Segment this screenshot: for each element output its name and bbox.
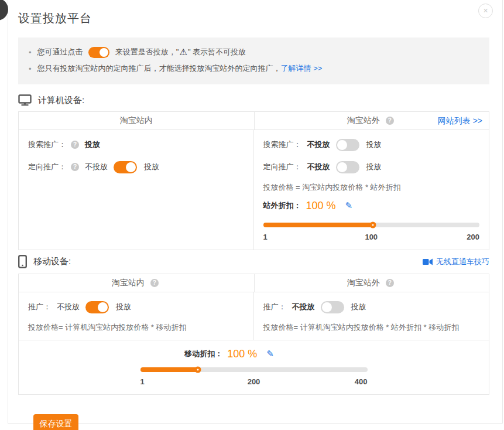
- offsite-discount-slider[interactable]: [263, 223, 480, 227]
- onsite-search-row: 搜索推广： 投放: [28, 138, 244, 152]
- notice1-pre: 您可通过点击: [37, 47, 85, 57]
- mobile-offsite-promo-toggle[interactable]: [321, 301, 344, 313]
- computer-onsite-header: 淘宝站内: [19, 112, 254, 129]
- edge-floating-widget[interactable]: [0, 0, 8, 21]
- example-toggle[interactable]: [88, 47, 109, 58]
- onsite-targeting-label: 定向推广：: [28, 162, 66, 172]
- mobile-onsite-cell: 推广： 不投放 投放 投放价格= 计算机淘宝站内投放价格 * 移动折扣: [19, 292, 254, 340]
- mobile-table: 淘宝站内 淘宝站外 推广： 不投放 投放 投放价格= 计算机淘宝站内投放价: [18, 274, 489, 395]
- help-icon[interactable]: [71, 141, 79, 149]
- help-icon[interactable]: [386, 117, 394, 125]
- mobile-discount-slider[interactable]: [140, 367, 368, 372]
- toggle-knob: [98, 302, 108, 312]
- notice-line-2: 您只有投放淘宝站内的定向推广后，才能选择投放淘宝站外的定向推广， 了解详情 >>: [29, 60, 479, 77]
- mobile-offsite-cell: 推广： 不投放 投放 投放价格= 计算机淘宝站内投放价格 * 站外折扣 * 移动…: [254, 292, 489, 340]
- computer-onsite-cell: 搜索推广： 投放 定向推广： 不投放 投放: [19, 130, 254, 250]
- set-platform-dialog: × 设置投放平台 您可通过点击 来设置是否投放，" ⚠ " 表示暂不可投放 您只…: [8, 0, 503, 424]
- toggle-knob: [337, 162, 347, 172]
- mobile-onsite-promo-row: 推广： 不投放 投放: [28, 300, 244, 314]
- monitor-icon: [18, 94, 32, 106]
- notice1-post: " 表示暂不可投放: [188, 47, 246, 57]
- offsite-targeting-toggle[interactable]: [336, 161, 359, 173]
- mobile-onsite-formula: 投放价格= 计算机淘宝站内投放价格 * 移动折扣: [28, 322, 244, 333]
- mobile-discount-row: 移动折扣： 100 % ✎: [4, 346, 455, 361]
- mobile-onsite-header-label: 淘宝站内: [112, 278, 145, 288]
- offsite-search-off-label: 不投放: [307, 139, 330, 150]
- notice1-mid: 来设置是否投放，": [113, 47, 179, 57]
- computer-offsite-header-label: 淘宝站外: [347, 115, 380, 126]
- offsite-targeting-label: 定向推广：: [263, 162, 301, 172]
- notice-line-1: 您可通过点击 来设置是否投放，" ⚠ " 表示暂不可投放: [29, 44, 479, 60]
- slider-min-label: 1: [140, 377, 145, 386]
- edit-pencil-icon[interactable]: ✎: [345, 200, 353, 211]
- offsite-search-toggle[interactable]: [336, 139, 359, 151]
- offsite-targeting-off-label: 不投放: [307, 162, 330, 172]
- offsite-targeting-row: 定向推广： 不投放 投放: [263, 160, 480, 174]
- mobile-discount-value: 100 %: [227, 348, 257, 360]
- mobile-offsite-formula: 投放价格= 计算机淘宝站内投放价格 * 站外折扣 * 移动折扣: [263, 322, 480, 333]
- computer-section-header: 计算机设备:: [18, 94, 489, 106]
- mobile-onsite-on-label: 投放: [116, 302, 131, 312]
- help-icon[interactable]: [386, 279, 394, 287]
- video-icon: [423, 258, 433, 265]
- slider-max-label: 200: [467, 233, 479, 241]
- mobile-discount-panel: 移动折扣： 100 % ✎ 1 200 400: [19, 340, 489, 394]
- site-list-link[interactable]: 网站列表 >>: [438, 112, 482, 129]
- computer-offsite-header: 淘宝站外 网站列表 >>: [254, 112, 489, 129]
- onsite-targeting-off-label: 不投放: [85, 162, 108, 172]
- notice2-text: 您只有投放淘宝站内的定向推广后，才能选择投放淘宝站外的定向推广，: [37, 63, 281, 74]
- mobile-onsite-off-label: 不投放: [57, 302, 80, 312]
- mobile-section-header: 移动设备: 无线直通车技巧: [18, 255, 489, 268]
- learn-more-link[interactable]: 了解详情 >>: [281, 63, 323, 74]
- mobile-discount-label: 移动折扣：: [184, 349, 222, 359]
- onsite-targeting-on-label: 投放: [144, 162, 159, 172]
- offsite-discount-label: 站外折扣：: [263, 200, 301, 211]
- mobile-onsite-header: 淘宝站内: [19, 274, 254, 292]
- toggle-knob: [126, 162, 136, 172]
- mobile-offsite-header-label: 淘宝站外: [347, 278, 380, 288]
- computer-offsite-cell: 搜索推广： 不投放 投放 定向推广： 不投放 投放 投放价格 = 淘宝站内投放价…: [254, 130, 489, 250]
- toggle-knob: [100, 48, 108, 57]
- mobile-onsite-promo-label: 推广：: [28, 302, 51, 312]
- toggle-knob: [337, 140, 347, 150]
- save-settings-button[interactable]: 保存设置: [33, 414, 78, 430]
- computer-section-title: 计算机设备:: [38, 95, 84, 106]
- computer-table: 淘宝站内 淘宝站外 网站列表 >> 搜索推广： 投放 定向推广：: [18, 111, 489, 250]
- wireless-tips-link[interactable]: 无线直通车技巧: [436, 257, 489, 267]
- mobile-offsite-promo-row: 推广： 不投放 投放: [263, 300, 480, 314]
- help-icon[interactable]: [150, 279, 159, 287]
- slider-min-label: 1: [263, 233, 268, 241]
- notice-box: 您可通过点击 来设置是否投放，" ⚠ " 表示暂不可投放 您只有投放淘宝站内的定…: [18, 37, 489, 84]
- toggle-knob: [322, 302, 332, 312]
- slider-max-label: 400: [355, 377, 368, 386]
- page-title: 设置投放平台: [18, 11, 489, 26]
- offsite-search-label: 搜索推广：: [263, 139, 301, 150]
- wireless-tips-group[interactable]: 无线直通车技巧: [423, 257, 489, 267]
- help-icon[interactable]: [71, 163, 79, 171]
- mobile-offsite-header: 淘宝站外: [254, 274, 489, 292]
- offsite-discount-value: 100 %: [306, 200, 336, 212]
- slider-handle[interactable]: [195, 367, 201, 373]
- slider-mid-label: 100: [365, 233, 378, 241]
- mobile-onsite-promo-toggle[interactable]: [85, 301, 109, 313]
- slider-fill: [263, 223, 373, 227]
- slider-mid-label: 200: [248, 377, 260, 386]
- mobile-offsite-promo-label: 推广：: [263, 302, 286, 312]
- close-icon[interactable]: ×: [478, 4, 493, 18]
- slider-handle[interactable]: [369, 222, 376, 228]
- bullet-dot: [29, 64, 37, 73]
- edit-pencil-icon[interactable]: ✎: [266, 349, 274, 359]
- offsite-price-formula: 投放价格 = 淘宝站内投放价格 * 站外折扣: [263, 182, 480, 193]
- bullet-dot: [29, 48, 37, 57]
- onsite-search-label: 搜索推广：: [28, 139, 66, 150]
- onsite-search-status: 投放: [85, 139, 100, 150]
- offsite-search-row: 搜索推广： 不投放 投放: [263, 138, 480, 152]
- mobile-offsite-on-label: 投放: [351, 302, 366, 312]
- phone-icon: [18, 255, 27, 268]
- mobile-slider-labels: 1 200 400: [140, 377, 368, 387]
- offsite-targeting-on-label: 投放: [366, 162, 382, 172]
- onsite-targeting-toggle[interactable]: [114, 161, 137, 173]
- onsite-targeting-row: 定向推广： 不投放 投放: [28, 160, 244, 174]
- slider-fill: [140, 367, 198, 372]
- offsite-discount-row: 站外折扣： 100 % ✎: [263, 198, 480, 213]
